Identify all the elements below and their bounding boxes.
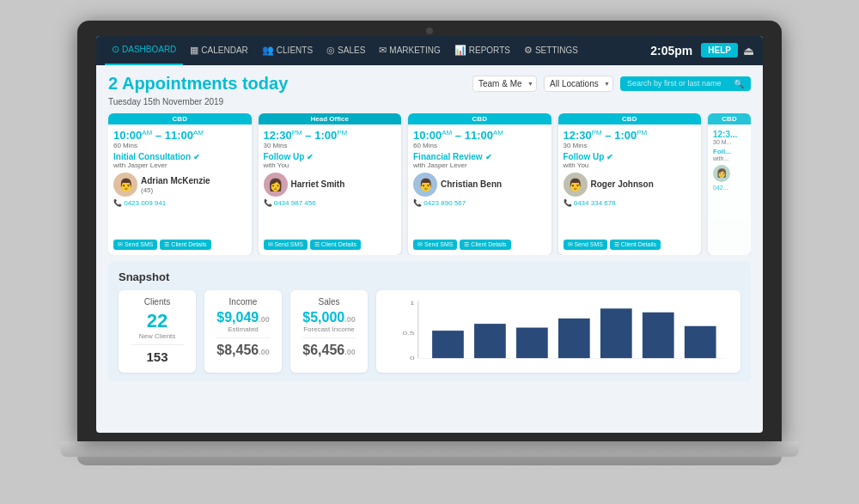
details-btn-3[interactable]: ☰ Client Details [460, 240, 510, 250]
client-avatar-3: 👨 [413, 173, 437, 197]
client-avatar-2: 👩 [264, 173, 288, 197]
sales-forecast-label: Forecast Income [302, 325, 356, 333]
appt-type-3: Financial Review ✔ [413, 152, 546, 161]
nav-clients-label: CLIENTS [277, 46, 313, 55]
sms-btn-4[interactable]: ✉ Send SMS [564, 240, 607, 250]
appt-duration-1: 60 Mins [113, 142, 247, 149]
svg-text:0: 0 [410, 355, 415, 360]
help-button[interactable]: HELP [701, 43, 738, 58]
income-estimated-label: Estimated [216, 325, 270, 333]
sms-btn-1[interactable]: ✉ Send SMS [113, 240, 157, 250]
snapshot-section: Snapshot Clients 22 New Clients 153 [108, 262, 751, 381]
appt-time-4: 12:30PM – 1:00PM [564, 130, 697, 143]
appt-location-4: CBD [558, 113, 702, 124]
clients-icon: 👥 [262, 45, 274, 56]
app: ⊙ DASHBOARD ▦ CALENDAR 👥 CLIENTS ◎ SALES [96, 36, 763, 433]
appt-card-4: CBD 12:30PM – 1:00PM 30 Mins Follow Up ✔… [558, 113, 702, 255]
appt-time-2: 12:30PM – 1:00PM [264, 130, 397, 143]
svg-rect-4 [516, 327, 548, 358]
appt-card-3: CBD 10:00AM – 11:00AM 60 Mins Financial … [408, 113, 551, 255]
income-label: Income [216, 297, 270, 307]
svg-rect-3 [474, 324, 506, 358]
snapshot-body: Clients 22 New Clients 153 Income $9,0 [119, 290, 740, 373]
dashboard-icon: ⊙ [112, 44, 119, 55]
marketing-icon: ✉ [379, 45, 387, 56]
client-avatar-5: 👩 [713, 165, 730, 182]
bar-chart: 0 0.5 1 [383, 297, 734, 366]
nav-dashboard[interactable]: ⊙ DASHBOARD [105, 36, 183, 65]
appt-duration-4: 30 Mins [564, 142, 697, 149]
location-filter[interactable]: All Locations [544, 76, 613, 92]
client-row-4: 👨 Roger Johnson [564, 173, 697, 197]
appt-type-1: Initial Consultation ✔ [113, 152, 247, 161]
appt-card-5: CBD 12:3... 30 M... Foll... with... 👩 04… [708, 113, 751, 255]
details-btn-2[interactable]: ☰ Client Details [310, 240, 361, 250]
appt-body-2: 12:30PM – 1:00PM 30 Mins Follow Up ✔ wit… [259, 124, 402, 255]
topnav: ⊙ DASHBOARD ▦ CALENDAR 👥 CLIENTS ◎ SALES [96, 36, 763, 65]
nav-calendar-label: CALENDAR [201, 46, 247, 55]
appt-card-1: CBD 10:00AM – 11:00AM 60 Mins Initial Co… [108, 113, 252, 255]
header-row: 2 Appointments today Team & Me All Locat… [108, 74, 751, 94]
screen-bezel: ⊙ DASHBOARD ▦ CALENDAR 👥 CLIENTS ◎ SALES [77, 21, 782, 441]
appt-with-5: with... [713, 155, 746, 161]
details-btn-4[interactable]: ☰ Client Details [610, 240, 661, 250]
svg-rect-2 [432, 331, 464, 358]
income-estimated: $9,049.00 [216, 310, 270, 325]
card-btns-3: ✉ Send SMS ☰ Client Details [413, 240, 546, 250]
appt-type-4: Follow Up ✔ [564, 152, 697, 161]
sms-btn-3[interactable]: ✉ Send SMS [413, 240, 457, 250]
svg-text:0.5: 0.5 [403, 331, 416, 336]
client-phone-2: 📞 0434 987 456 [264, 199, 397, 207]
calendar-icon: ▦ [190, 45, 198, 56]
team-filter[interactable]: Team & Me [472, 76, 537, 92]
appt-time-1: 10:00AM – 11:00AM [113, 130, 247, 143]
laptop-base [60, 441, 799, 457]
client-phone-1: 📞 0423 009 941 [113, 199, 247, 207]
nav-settings[interactable]: ⚙ SETTINGS [517, 36, 585, 65]
nav-sales[interactable]: ◎ SALES [320, 36, 372, 65]
client-avatar-1: 👨 [113, 173, 137, 197]
reports-icon: 📊 [454, 45, 466, 56]
main-content: 2 Appointments today Team & Me All Locat… [96, 65, 763, 433]
screen: ⊙ DASHBOARD ▦ CALENDAR 👥 CLIENTS ◎ SALES [96, 36, 763, 433]
appt-body-1: 10:00AM – 11:00AM 60 Mins Initial Consul… [108, 124, 252, 255]
search-input[interactable] [627, 79, 730, 88]
appt-type-5: Foll... [713, 148, 746, 155]
svg-text:1: 1 [410, 301, 415, 305]
sales-actual: $6,456.00 [302, 343, 356, 358]
team-filter-wrap: Team & Me [472, 75, 537, 92]
sms-btn-2[interactable]: ✉ Send SMS [264, 240, 308, 250]
appt-type-2: Follow Up ✔ [264, 152, 397, 161]
search-box[interactable]: 🔍 [620, 76, 751, 91]
client-row-3: 👨 Christian Benn [413, 173, 546, 197]
clients-card: Clients 22 New Clients 153 [119, 290, 196, 373]
nav-clients[interactable]: 👥 CLIENTS [255, 36, 320, 65]
settings-icon: ⚙ [524, 45, 533, 56]
clients-new-count: 22 [131, 310, 184, 332]
page-title: 2 Appointments today [108, 74, 466, 94]
appt-duration-3: 60 Mins [413, 142, 546, 149]
details-btn-1[interactable]: ☰ Client Details [160, 240, 210, 250]
client-name-2: Harriet Smith [291, 179, 345, 190]
income-card: Income $9,049.00 Estimated $8,456.00 [204, 290, 282, 373]
date-label: Tuesday 15th November 2019 [108, 97, 751, 106]
svg-rect-8 [685, 325, 716, 357]
client-name-3: Christian Benn [441, 179, 502, 190]
sales-icon: ◎ [326, 45, 335, 56]
client-row-1: 👨 Adrian McKenzie (45) [113, 173, 247, 197]
appt-location-1: CBD [108, 113, 252, 124]
sales-label: Sales [302, 297, 356, 307]
nav-reports[interactable]: 📊 REPORTS [448, 36, 517, 65]
svg-rect-6 [600, 308, 632, 358]
sales-forecast: $5,000.00 [302, 310, 356, 325]
appt-with-1: with Jasper Lever [113, 161, 247, 169]
exit-icon[interactable]: ⏏ [743, 44, 754, 58]
client-age-1: (45) [141, 186, 210, 194]
svg-rect-7 [643, 312, 674, 357]
client-name-4: Roger Johnson [591, 179, 654, 190]
nav-marketing[interactable]: ✉ MARKETING [372, 36, 447, 65]
appt-body-4: 12:30PM – 1:00PM 30 Mins Follow Up ✔ wit… [558, 124, 702, 255]
card-btns-2: ✉ Send SMS ☰ Client Details [264, 240, 397, 250]
appointments-row: CBD 10:00AM – 11:00AM 60 Mins Initial Co… [108, 113, 751, 255]
nav-calendar[interactable]: ▦ CALENDAR [183, 36, 254, 65]
